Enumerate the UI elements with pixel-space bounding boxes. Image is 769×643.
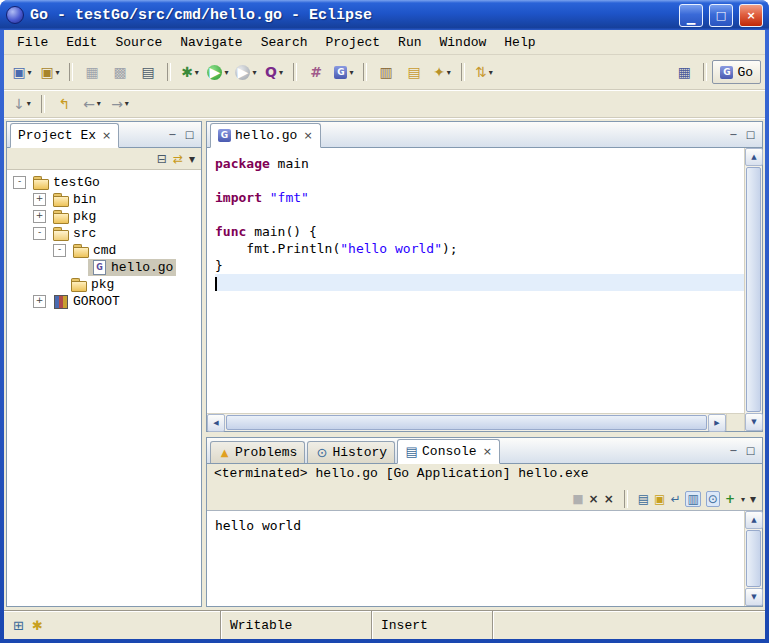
tree-item-src-pkg[interactable]: pkg (7, 276, 201, 293)
chevron-down-icon[interactable]: ▾ (741, 495, 745, 504)
scroll-right-icon[interactable]: ▶ (708, 414, 726, 432)
terminate-icon[interactable]: ■ (572, 492, 583, 506)
menu-edit[interactable]: Edit (57, 33, 106, 52)
tab-history[interactable]: ⊙ History (307, 441, 395, 463)
code-line[interactable]: } (215, 257, 744, 274)
print-button[interactable]: ▤ (134, 59, 162, 85)
new-go-package-button[interactable]: # (302, 59, 330, 85)
tree-item-testgo[interactable]: - testGo (7, 174, 201, 191)
tree-item-cmd[interactable]: - cmd (7, 242, 201, 259)
scrollbar-thumb[interactable] (746, 167, 761, 412)
tree-item-src[interactable]: - src (7, 225, 201, 242)
new-wizard-button[interactable]: ▣▾ (8, 59, 36, 85)
go-perspective-button[interactable]: G Go (712, 60, 761, 84)
scroll-up-icon[interactable]: ▲ (745, 148, 763, 166)
menu-source[interactable]: Source (106, 33, 171, 52)
menu-file[interactable]: File (8, 33, 57, 52)
synchronize-button[interactable]: ⇅▾ (470, 59, 498, 85)
maximize-icon[interactable]: □ (183, 129, 196, 140)
tab-console[interactable]: ▤ Console × (397, 439, 500, 464)
collapse-all-icon[interactable]: ⊟ (157, 152, 167, 166)
new-go-file-button[interactable]: G▾ (330, 59, 358, 85)
scroll-lock-icon[interactable]: ▣ (654, 492, 665, 506)
link-editor-icon[interactable]: ⇄ (173, 152, 183, 166)
minimize-icon[interactable]: − (727, 445, 740, 456)
expander-icon[interactable]: + (33, 193, 46, 206)
tree-item-goroot[interactable]: + GOROOT (7, 293, 201, 310)
horizontal-scrollbar[interactable]: ◀ ▶ (207, 414, 726, 431)
code-editor[interactable]: package main import "fmt" func main() { … (207, 148, 744, 413)
scroll-down-icon[interactable]: ▼ (745, 588, 763, 606)
minimize-icon[interactable]: − (727, 129, 740, 140)
debug-button[interactable]: ✱▾ (176, 59, 204, 85)
last-edit-location-button[interactable]: ↰ (50, 91, 78, 117)
vertical-scrollbar[interactable]: ▲ ▼ (744, 511, 762, 606)
open-console-icon[interactable]: + (725, 492, 735, 506)
scroll-left-icon[interactable]: ◀ (207, 414, 225, 432)
external-tools-button[interactable]: Q▾ (260, 59, 288, 85)
scroll-down-icon[interactable]: ▼ (745, 413, 763, 431)
new-folder-button[interactable]: ▣▾ (36, 59, 64, 85)
expander-icon[interactable]: - (33, 227, 46, 240)
progress-view-icon[interactable]: ✱ (32, 618, 43, 633)
fast-view-icon[interactable]: ⊞ (13, 618, 24, 633)
close-icon[interactable]: × (102, 129, 111, 142)
view-menu-icon[interactable]: ▾ (189, 152, 195, 166)
tree-item-hello-go[interactable]: hello.go (7, 259, 201, 276)
expander-icon[interactable]: - (53, 244, 66, 257)
word-wrap-icon[interactable]: ↵ (670, 492, 680, 506)
close-icon[interactable]: × (303, 129, 312, 142)
minimize-icon[interactable]: − (166, 129, 179, 140)
vertical-scrollbar[interactable]: ▲ ▼ (744, 148, 762, 431)
code-line[interactable] (215, 206, 744, 223)
current-code-line[interactable] (215, 274, 744, 291)
remove-launch-icon[interactable]: × (589, 492, 599, 506)
remove-all-launches-icon[interactable]: × (604, 492, 614, 506)
expander-icon[interactable]: - (13, 176, 26, 189)
code-line[interactable] (215, 172, 744, 189)
pin-console-icon[interactable]: ⊙ (706, 491, 720, 507)
close-window-button[interactable]: × (739, 4, 763, 27)
scrollbar-thumb[interactable] (226, 415, 707, 430)
close-icon[interactable]: × (483, 445, 492, 458)
display-console-icon[interactable]: ▥ (685, 491, 700, 507)
forward-button[interactable]: →▾ (106, 91, 134, 117)
minimize-window-button[interactable]: ▁ (679, 4, 703, 27)
console-menu-icon[interactable]: ▾ (750, 492, 756, 506)
open-perspective-button[interactable]: ▦ (670, 59, 698, 85)
scroll-up-icon[interactable]: ▲ (745, 511, 763, 529)
menu-window[interactable]: Window (431, 33, 496, 52)
code-line[interactable]: import "fmt" (215, 189, 744, 206)
tree-item-bin[interactable]: + bin (7, 191, 201, 208)
archives-button[interactable]: ▥ (372, 59, 400, 85)
scrollbar-thumb[interactable] (746, 530, 761, 587)
tree-item-pkg[interactable]: + pkg (7, 208, 201, 225)
maximize-icon[interactable]: □ (744, 445, 757, 456)
maximize-window-button[interactable]: □ (709, 4, 733, 27)
menu-project[interactable]: Project (316, 33, 389, 52)
run-button[interactable]: ▶▾ (204, 59, 232, 85)
clear-console-icon[interactable]: ▤ (638, 492, 649, 506)
save-button[interactable]: ▦ (78, 59, 106, 85)
tab-hello-go[interactable]: G hello.go × (210, 123, 321, 148)
code-line[interactable]: fmt.Println("hello world"); (215, 240, 744, 257)
tab-project-explorer[interactable]: Project Ex × (10, 123, 119, 148)
profile-button[interactable]: ▶▾ (232, 59, 260, 85)
console-output[interactable]: hello world (207, 511, 744, 606)
search-button[interactable]: ✦▾ (428, 59, 456, 85)
expander-icon[interactable]: + (33, 295, 46, 308)
back-button[interactable]: ←▾ (78, 91, 106, 117)
menu-run[interactable]: Run (389, 33, 430, 52)
menu-search[interactable]: Search (252, 33, 317, 52)
maximize-icon[interactable]: □ (744, 129, 757, 140)
code-line[interactable]: package main (215, 155, 744, 172)
expander-icon[interactable]: + (33, 210, 46, 223)
titlebar[interactable]: Go - testGo/src/cmd/hello.go - Eclipse ▁… (0, 0, 769, 30)
menu-help[interactable]: Help (495, 33, 544, 52)
save-all-button[interactable]: ▩ (106, 59, 134, 85)
menu-navigate[interactable]: Navigate (171, 33, 251, 52)
tab-problems[interactable]: ▲ Problems (210, 441, 305, 463)
open-folder-button[interactable]: ▤ (400, 59, 428, 85)
code-line[interactable]: func main() { (215, 223, 744, 240)
next-annotation-button[interactable]: ↓▾ (8, 91, 36, 117)
